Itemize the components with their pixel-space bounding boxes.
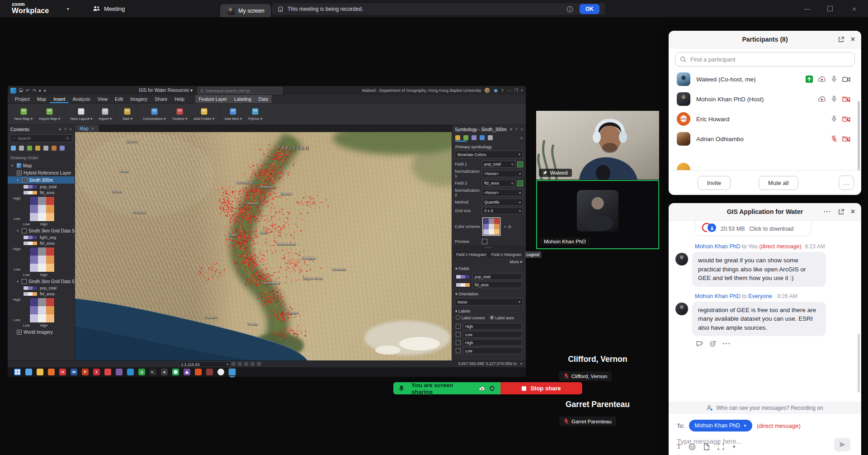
layer-map-node[interactable]: ▾Map: [8, 162, 75, 169]
quick-access-toolbar[interactable]: ↶ ↷ ▾ ▾: [8, 88, 46, 94]
help-icon[interactable]: ?: [64, 127, 66, 132]
orientation-select[interactable]: None▾: [455, 298, 523, 306]
symbology-dropdown[interactable]: <None>▾: [482, 170, 523, 177]
ribbon-button[interactable]: Import Map ▾: [36, 108, 63, 121]
symbology-dropdown[interactable]: fld_area▾: [482, 180, 515, 187]
context-tab[interactable]: Feature Layer: [195, 95, 231, 103]
dropdown-icon[interactable]: ▾: [44, 88, 46, 93]
redo-icon[interactable]: ↷: [32, 88, 36, 93]
format-text-icon[interactable]: T: [677, 443, 681, 450]
taskbar-icon-zotero[interactable]: Z: [93, 369, 100, 375]
help-icon[interactable]: ?: [501, 88, 504, 93]
invite-button[interactable]: Invite: [698, 176, 731, 190]
chevron-down-icon[interactable]: ▼: [732, 445, 736, 449]
reply-icon[interactable]: [696, 341, 703, 347]
symbology-dropdown[interactable]: <None>▾: [482, 189, 523, 196]
file-download-card[interactable]: 20.53 MB Click to download: [695, 221, 811, 236]
taskbar-icon-flame[interactable]: [195, 369, 202, 375]
window-close-button[interactable]: ×: [852, 0, 856, 17]
participant-row[interactable]: Waleed (Co-host, me): [669, 69, 861, 89]
more-options-button[interactable]: ...: [839, 175, 854, 190]
close-icon[interactable]: ×: [521, 127, 523, 132]
axis-label-input[interactable]: Low: [463, 347, 522, 354]
taskbar-icon-cloud[interactable]: [217, 369, 224, 375]
ribbon-tab-share[interactable]: Share: [151, 95, 171, 103]
taskbar-icon-widgets[interactable]: [25, 369, 32, 375]
download-action[interactable]: Click to download: [750, 226, 794, 232]
ribbon-button[interactable]: Add Item ▾: [222, 108, 245, 121]
more-options-icon[interactable]: ···: [722, 340, 731, 348]
layer-row[interactable]: ▾✓ Sindh 300m: [8, 176, 75, 184]
attach-file-icon[interactable]: [703, 443, 710, 450]
pop-out-icon[interactable]: [838, 209, 844, 215]
table-icon[interactable]: [517, 161, 523, 167]
video-tile-clifford[interactable]: Clifford, Vernon: [536, 355, 659, 364]
contents-search-input[interactable]: Search: [10, 134, 72, 142]
pane-menu-icon[interactable]: ▾: [510, 127, 512, 132]
recipient-select[interactable]: Mohsin Khan PhD▼: [689, 420, 752, 431]
chevron-down-icon[interactable]: ▾: [67, 6, 69, 11]
taskbar-icon-terminal[interactable]: >_: [150, 369, 156, 375]
more-dropdown[interactable]: More ▾: [452, 258, 526, 264]
add-reaction-icon[interactable]: [709, 341, 717, 347]
axis-label-input[interactable]: High: [463, 339, 522, 346]
more-options-icon[interactable]: ···: [824, 208, 831, 215]
symbology-dropdown[interactable]: pop_total▾: [482, 161, 515, 168]
chat-privacy-note[interactable]: Who can see your messages? Recording on: [669, 402, 861, 414]
ribbon-tab-analysis[interactable]: Analysis: [69, 95, 94, 103]
symbology-tab[interactable]: Legend: [524, 251, 541, 258]
layer-checkbox[interactable]: [22, 228, 27, 233]
info-icon[interactable]: [566, 6, 573, 13]
video-tile-waleed[interactable]: Waleed: [536, 111, 659, 180]
ribbon-button[interactable]: Add Folder ▾: [190, 108, 217, 121]
ribbon-button[interactable]: Task ▾: [119, 108, 136, 121]
tab-meeting[interactable]: Meeting: [93, 0, 125, 17]
map-scale-select[interactable]: 1:2,116,62▾: [179, 361, 231, 367]
undo-icon[interactable]: ↶: [26, 88, 29, 93]
coords-dropdown-icon[interactable]: ▾: [520, 362, 522, 366]
taskbar-icon-firefox[interactable]: [48, 369, 55, 375]
participant-row[interactable]: Mohsin Khan PhD (Host): [669, 89, 861, 109]
field-name-input[interactable]: fld_area: [472, 281, 522, 288]
gear-icon[interactable]: ⚙: [508, 224, 512, 229]
status-bar-tools[interactable]: [231, 362, 261, 366]
taskbar-icon-file-explorer[interactable]: [37, 369, 43, 375]
ribbon-tab-imagery[interactable]: Imagery: [127, 95, 151, 103]
chat-message[interactable]: registration of GEE is free too and ther…: [675, 302, 854, 337]
ribbon-tab-map[interactable]: Map: [33, 95, 50, 103]
layer-checkbox[interactable]: ✓: [22, 178, 27, 183]
pane-menu-icon[interactable]: ▾: [59, 127, 61, 132]
window-minimize-button[interactable]: —: [804, 0, 810, 17]
scrollbar[interactable]: [858, 334, 860, 393]
taskbar-icon-graphpad[interactable]: [116, 369, 123, 375]
pane-splitter[interactable]: •••: [452, 246, 526, 250]
close-icon[interactable]: ×: [70, 127, 72, 132]
notifications-icon[interactable]: ▣: [494, 88, 498, 93]
screenshot-icon[interactable]: [717, 443, 724, 450]
symbology-type-select[interactable]: Bivariate Colors▾: [455, 151, 523, 158]
field-name-input[interactable]: pop_total: [472, 273, 522, 280]
chat-message[interactable]: would be great if you can show some prac…: [675, 252, 854, 287]
layer-row[interactable]: ▾ Sindh 3km Grid Data SHP: [8, 227, 75, 234]
table-icon[interactable]: [517, 180, 523, 186]
sender-name[interactable]: Mohsin Khan PhD: [695, 243, 741, 250]
mute-all-button[interactable]: Mute all: [759, 176, 798, 190]
participant-row[interactable]: ECU Eric Howard: [669, 109, 861, 129]
layer-row[interactable]: ▾ Sindh 3km Grid Data SHP: [8, 278, 75, 285]
ribbon-button[interactable]: Import ▾: [95, 108, 115, 121]
ribbon-tab-edit[interactable]: Edit: [111, 95, 127, 103]
ribbon-button[interactable]: Toolbox ▾: [169, 108, 191, 121]
symbology-tab[interactable]: Field 1 Histogram: [454, 251, 489, 258]
save-icon[interactable]: [19, 88, 23, 93]
help-icon[interactable]: ?: [515, 127, 518, 132]
color-scheme-swatch[interactable]: [482, 217, 501, 236]
video-tile-mohsin-active-speaker[interactable]: Mohsin Khan PhD: [536, 180, 659, 249]
taskbar-icon-whatsapp[interactable]: [172, 369, 179, 375]
ribbon-tab-view[interactable]: View: [94, 95, 112, 103]
participant-search[interactable]: [675, 52, 855, 66]
layer-checkbox[interactable]: ✓: [17, 171, 22, 175]
participant-search-input[interactable]: [689, 56, 850, 63]
ribbon-button[interactable]: Connections ▾: [140, 108, 169, 121]
tab-my-screen[interactable]: My screen: [220, 4, 271, 17]
layer-checkbox[interactable]: ✓: [17, 330, 22, 335]
